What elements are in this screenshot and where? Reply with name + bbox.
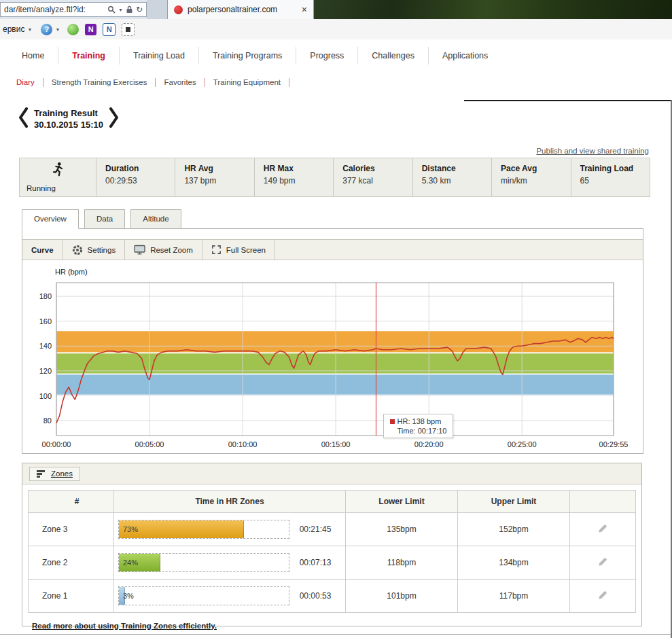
svg-text:160: 160 xyxy=(39,317,52,325)
tools-menu[interactable]: ервис ▼ xyxy=(1,24,33,34)
help-arrow-icon: ▼ xyxy=(55,27,60,32)
sport-cell: Running xyxy=(20,158,96,196)
page-bottom-rule xyxy=(0,634,672,635)
lock-icon xyxy=(126,5,133,14)
hr-zones-table: # Time in HR Zones Lower Limit Upper Lim… xyxy=(28,490,636,613)
browser-tab[interactable]: polarpersonaltrainer.com × xyxy=(167,0,314,19)
view-tabs: Overview Data Altitude xyxy=(22,209,181,229)
menu-arrow-icon: ▼ xyxy=(27,27,32,32)
zones-bars-icon xyxy=(37,469,47,478)
zone-name: Zone 3 xyxy=(29,513,114,546)
summary-metric: Pace Avg min/km xyxy=(492,158,571,196)
svg-text:120: 120 xyxy=(39,367,52,375)
running-icon xyxy=(51,162,65,178)
tab-title: polarpersonaltrainer.com xyxy=(188,5,297,14)
tab-close-icon[interactable]: × xyxy=(302,5,307,14)
hr-line-chart[interactable]: 00:00:0000:05:0000:10:0000:15:0000:20:00… xyxy=(22,261,643,453)
subnav-favorites[interactable]: Favorites xyxy=(156,78,205,87)
summary-metric: Distance 5.30 km xyxy=(413,158,492,196)
edit-zone-button[interactable] xyxy=(570,513,636,546)
zone-name: Zone 1 xyxy=(29,580,114,613)
nav-training[interactable]: Training xyxy=(58,47,120,65)
hr-series-bullet-icon xyxy=(390,419,395,424)
window-edge-artifact xyxy=(464,100,672,101)
site-favicon-icon xyxy=(174,5,183,14)
zone-upper-limit: 152bpm xyxy=(458,513,570,546)
nav-training-load[interactable]: Training Load xyxy=(120,47,199,65)
nav-applications[interactable]: Applications xyxy=(429,47,501,65)
browser-toolbar: ервис ▼ ? ▼ N N xyxy=(0,19,672,40)
svg-text:00:29:55: 00:29:55 xyxy=(599,440,629,448)
zone-time-value: 00:00:53 xyxy=(289,591,341,601)
pencil-icon xyxy=(597,590,608,601)
zone-time-value: 00:07:13 xyxy=(289,558,341,567)
table-header-row: # Time in HR Zones Lower Limit Upper Lim… xyxy=(29,491,636,513)
summary-metric: Calories 377 kcal xyxy=(334,158,412,196)
column-header-edit xyxy=(570,491,636,513)
reset-zoom-button[interactable]: Reset Zoom xyxy=(125,240,202,260)
subnav-strength-training[interactable]: Strength Training Exercises xyxy=(43,78,156,87)
column-header-time-in-zones: Time in HR Zones xyxy=(114,491,346,513)
zone-time-value: 00:21:45 xyxy=(289,525,341,534)
tab-overview[interactable]: Overview xyxy=(22,209,79,229)
zones-panel: Zones # Time in HR Zones Lower Limit Upp… xyxy=(22,463,642,626)
summary-metric: Duration 00:29:53 xyxy=(96,158,175,196)
svg-text:100: 100 xyxy=(39,392,52,400)
full-screen-button[interactable]: Full Screen xyxy=(202,240,275,260)
svg-text:00:15:00: 00:15:00 xyxy=(321,440,351,448)
help-icon: ? xyxy=(41,24,52,35)
address-bar[interactable]: dar/item/analyze.ftl?id: ▼ ↻ xyxy=(0,2,147,17)
gear-icon xyxy=(72,245,83,255)
summary-metric: Training Load 65 xyxy=(571,158,650,196)
tab-strip-gap xyxy=(147,0,167,19)
nav-training-programs[interactable]: Training Programs xyxy=(199,47,296,65)
svg-text:00:00:00: 00:00:00 xyxy=(42,440,71,448)
autocomplete-arrow-icon[interactable]: ▼ xyxy=(118,7,123,12)
previous-result-chevron[interactable] xyxy=(19,107,28,130)
edit-zone-button[interactable] xyxy=(570,580,636,613)
pencil-icon xyxy=(597,556,608,567)
overview-panel: Curve Settings Reset Zoom xyxy=(22,228,643,454)
screen-clipper-icon[interactable] xyxy=(122,23,135,36)
zone-lower-limit: 118bpm xyxy=(346,546,458,580)
help-button[interactable]: ? ▼ xyxy=(39,24,61,35)
svg-text:80: 80 xyxy=(43,417,52,425)
summary-metric: HR Max 149 bpm xyxy=(255,158,334,196)
summary-panel: Running Duration 00:29:53 HR Avg 137 bpm… xyxy=(19,158,650,197)
nav-challenges[interactable]: Challenges xyxy=(358,47,429,65)
column-header-lower-limit: Lower Limit xyxy=(346,491,458,513)
notes-icon[interactable]: N xyxy=(103,23,116,36)
nav-progress[interactable]: Progress xyxy=(296,47,358,65)
subnav-diary[interactable]: Diary xyxy=(8,78,43,87)
browser-top-bar: dar/item/analyze.ftl?id: ▼ ↻ polarperson… xyxy=(0,0,672,20)
tab-data[interactable]: Data xyxy=(84,209,125,229)
monitor-icon xyxy=(134,245,145,255)
onenote-icon[interactable]: N xyxy=(85,24,96,35)
sport-label: Running xyxy=(26,184,56,192)
extension-green-icon[interactable] xyxy=(67,24,79,35)
zone-name: Zone 2 xyxy=(29,546,114,580)
settings-button[interactable]: Settings xyxy=(63,240,126,260)
refresh-icon[interactable]: ↻ xyxy=(136,5,143,14)
page-content: Training Result 30.10.2015 15:10 Publish… xyxy=(0,93,672,638)
next-result-chevron[interactable] xyxy=(109,107,118,130)
publish-shared-training-link[interactable]: Publish and view shared training xyxy=(536,147,649,155)
curve-label: Curve xyxy=(22,240,63,260)
subnav-training-equipment[interactable]: Training Equipment xyxy=(205,78,289,87)
zone-progress-bar: 24% xyxy=(118,553,289,572)
nav-home[interactable]: Home xyxy=(8,47,58,65)
training-zones-info-link[interactable]: Read more about using Training Zones eff… xyxy=(32,622,217,630)
url-text: dar/item/analyze.ftl?id: xyxy=(4,5,105,14)
zone-progress-bar: 3% xyxy=(118,586,289,605)
svg-text:140: 140 xyxy=(39,342,52,350)
edit-zone-button[interactable] xyxy=(570,546,636,580)
zones-header-strip: Zones xyxy=(22,463,641,484)
table-row: Zone 2 24% 00:07:13 118bpm 134bpm xyxy=(29,546,636,580)
zone-lower-limit: 135bpm xyxy=(346,513,458,546)
zones-button[interactable]: Zones xyxy=(29,467,80,481)
svg-text:00:20:00: 00:20:00 xyxy=(414,440,444,448)
tab-altitude[interactable]: Altitude xyxy=(130,209,181,229)
search-icon[interactable] xyxy=(107,5,116,14)
hr-chart[interactable]: HR (bpm) 00:00:0000:05:0000:10:0000:15:0… xyxy=(22,261,643,453)
zone-percent-label: 73% xyxy=(123,525,138,533)
